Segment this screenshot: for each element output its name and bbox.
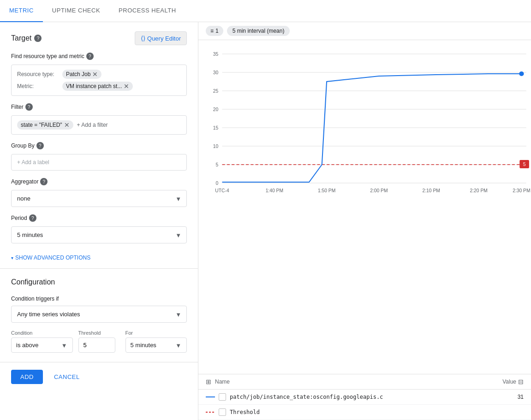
metric-chip[interactable]: VM instance patch st... ✕ xyxy=(62,82,133,91)
threshold-field-label: Threshold xyxy=(78,330,120,336)
resource-type-label: Resource type: xyxy=(17,71,59,77)
group-by-title: Group By ? xyxy=(11,142,187,149)
condition-triggers-select[interactable]: Any time series violates All time series… xyxy=(11,306,187,323)
for-field: For 1 minute 5 minutes 10 minutes 15 min… xyxy=(125,330,187,353)
svg-text:15: 15 xyxy=(213,125,219,130)
data-row-name: patch/job/instance_state:osconfig.google… xyxy=(230,394,487,400)
period-help-icon[interactable]: ? xyxy=(29,214,36,222)
filter-icon: ≡ xyxy=(210,28,214,34)
svg-text:0: 0 xyxy=(216,181,219,186)
show-advanced-button[interactable]: ▾ SHOW ADVANCED OPTIONS xyxy=(11,251,187,265)
svg-text:10: 10 xyxy=(213,144,219,149)
svg-text:2:00 PM: 2:00 PM xyxy=(370,188,388,193)
add-button[interactable]: ADD xyxy=(11,370,43,384)
interval-chip[interactable]: 5 min interval (mean) xyxy=(227,26,290,36)
legend-table: ⊞ Name Value ⊟ patch/job/instance_state:… xyxy=(198,374,531,420)
metric-remove[interactable]: ✕ xyxy=(124,83,129,89)
find-resource-title: Find resource type and metric ? xyxy=(11,53,187,60)
chart-area: 35 30 25 20 15 10 5 0 UTC-4 1:40 PM 1:50… xyxy=(198,40,531,374)
svg-text:2:10 PM: 2:10 PM xyxy=(423,188,440,193)
cancel-button[interactable]: CANCEL xyxy=(48,370,85,384)
condition-row: Condition is above is below is absent ▼ … xyxy=(11,330,187,353)
chart-header: ≡ 1 5 min interval (mean) xyxy=(198,22,531,40)
find-resource-help-icon[interactable]: ? xyxy=(86,53,94,60)
filter-chip[interactable]: state = "FAILED" ✕ xyxy=(17,120,73,130)
aggregator-help-icon[interactable]: ? xyxy=(40,178,48,185)
configuration-section: Configuration Condition triggers if Any … xyxy=(0,268,198,362)
period-select[interactable]: 1 minute 5 minutes 10 minutes 15 minutes… xyxy=(11,226,187,243)
tab-process-health[interactable]: PROCESS HEALTH xyxy=(109,0,185,22)
threshold-field: Threshold xyxy=(78,330,120,353)
add-filter-button[interactable]: + Add a filter xyxy=(77,122,108,128)
tab-metric[interactable]: METRIC xyxy=(0,0,43,22)
condition-triggers-select-row: Any time series violates All time series… xyxy=(11,306,187,323)
svg-text:30: 30 xyxy=(213,70,219,75)
bottom-bar: ADD CANCEL xyxy=(0,362,198,391)
aggregator-select[interactable]: none mean sum min max xyxy=(11,190,187,207)
filter-title: Filter ? xyxy=(11,103,187,111)
target-help-icon[interactable]: ? xyxy=(34,35,42,42)
grid-icon: ⊞ xyxy=(206,378,211,385)
svg-text:5: 5 xyxy=(216,162,219,167)
aggregator-title: Aggregator ? xyxy=(11,178,187,185)
configuration-title: Configuration xyxy=(11,278,187,286)
data-row-checkbox[interactable] xyxy=(219,393,226,401)
threshold-input[interactable] xyxy=(78,337,115,353)
svg-text:1:40 PM: 1:40 PM xyxy=(266,188,283,193)
blue-line-indicator xyxy=(206,396,215,397)
chevron-down-icon: ▾ xyxy=(11,255,13,260)
target-title: Target ? xyxy=(11,34,42,42)
condition-field-label: Condition xyxy=(11,330,73,336)
legend-row-data[interactable]: patch/job/instance_state:osconfig.google… xyxy=(198,390,531,405)
period-select-row: 1 minute 5 minutes 10 minutes 15 minutes… xyxy=(11,226,187,243)
for-field-label: For xyxy=(125,330,187,336)
threshold-row-name: Threshold xyxy=(230,409,487,415)
group-by-input[interactable]: + Add a label xyxy=(11,154,187,171)
for-select-row: 1 minute 5 minutes 10 minutes 15 minutes… xyxy=(125,337,187,353)
columns-icon: ⊟ xyxy=(518,378,524,385)
condition-triggers-label: Condition triggers if xyxy=(11,296,187,302)
condition-field: Condition is above is below is absent ▼ xyxy=(11,330,73,353)
data-row-value: 31 xyxy=(487,394,524,400)
period-title: Period ? xyxy=(11,214,187,222)
query-editor-button[interactable]: ⟨⟩ Query Editor xyxy=(135,31,187,45)
svg-text:UTC-4: UTC-4 xyxy=(215,188,229,193)
legend-header: ⊞ Name Value ⊟ xyxy=(198,374,531,390)
filter-remove[interactable]: ✕ xyxy=(64,122,70,128)
svg-text:5: 5 xyxy=(523,162,526,167)
legend-row-threshold[interactable]: Threshold xyxy=(198,405,531,420)
metric-label: Metric: xyxy=(17,83,59,89)
svg-text:1:50 PM: 1:50 PM xyxy=(318,188,335,193)
code-icon: ⟨⟩ xyxy=(141,35,145,42)
condition-select-row: is above is below is absent ▼ xyxy=(11,337,73,353)
filter-count-chip[interactable]: ≡ 1 xyxy=(206,26,223,36)
line-endpoint xyxy=(519,71,524,76)
svg-text:35: 35 xyxy=(213,52,219,57)
resource-type-chip[interactable]: Patch Job ✕ xyxy=(62,70,101,79)
group-by-help-icon[interactable]: ? xyxy=(36,142,44,149)
resource-type-remove[interactable]: ✕ xyxy=(92,71,98,77)
filter-help-icon[interactable]: ? xyxy=(25,103,33,111)
svg-text:2:30 PM: 2:30 PM xyxy=(513,188,530,193)
for-select[interactable]: 1 minute 5 minutes 10 minutes 15 minutes xyxy=(125,337,187,353)
chart-svg: 35 30 25 20 15 10 5 0 UTC-4 1:40 PM 1:50… xyxy=(198,45,531,201)
condition-select[interactable]: is above is below is absent xyxy=(11,337,73,353)
svg-text:2:20 PM: 2:20 PM xyxy=(470,188,488,193)
tab-uptime-check[interactable]: UPTIME CHECK xyxy=(43,0,109,22)
filter-container: state = "FAILED" ✕ + Add a filter xyxy=(11,115,187,135)
svg-text:20: 20 xyxy=(213,107,219,112)
resource-metric-container: Resource type: Patch Job ✕ Metric: VM in… xyxy=(11,65,187,96)
svg-text:25: 25 xyxy=(213,89,219,94)
aggregator-select-row: none mean sum min max ▼ xyxy=(11,190,187,207)
threshold-row-checkbox[interactable] xyxy=(219,408,226,416)
red-dash-indicator xyxy=(206,411,215,413)
